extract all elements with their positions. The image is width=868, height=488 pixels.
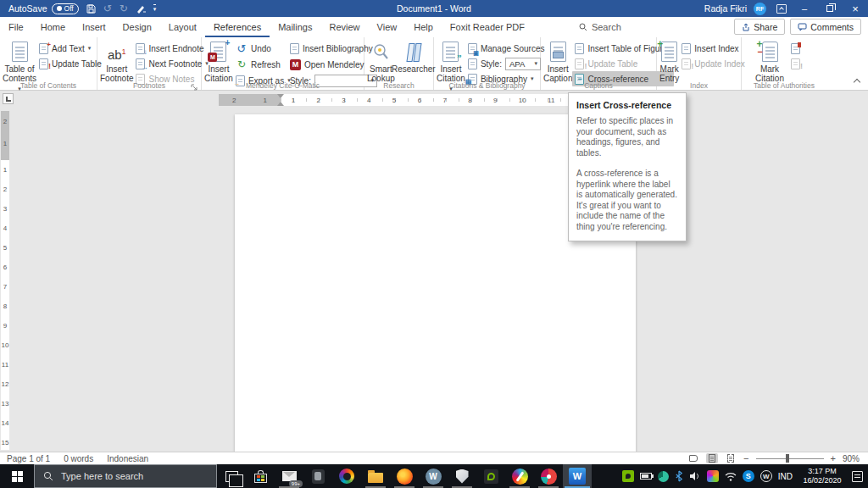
zoom-level[interactable]: 90% [843, 454, 860, 463]
search-box[interactable]: Search [579, 17, 621, 37]
wordpress-tray-icon[interactable]: W [760, 470, 772, 482]
speaker-icon[interactable] [689, 471, 701, 481]
insert-citation-label: Insert Citation [437, 64, 465, 83]
zoom-slider[interactable] [756, 454, 824, 463]
update-index-button[interactable]: ! Update Index [679, 56, 748, 71]
update-table-button[interactable]: ! Update Table [36, 56, 104, 71]
vertical-ruler[interactable]: 2 1 1 2 3 4 5 6 7 8 9 10 11 12 13 14 15 [1, 111, 9, 450]
insert-caption-button[interactable]: Insert Caption [543, 40, 572, 83]
group-label: Table of Contents [0, 81, 97, 90]
clock[interactable]: 3:17 PM 16/02/2020 [798, 467, 846, 485]
zoom-out-button[interactable]: − [743, 453, 748, 463]
zoom-slider-thumb[interactable] [786, 454, 789, 463]
researcher-button[interactable]: Researcher [395, 40, 432, 74]
table-of-contents-icon [12, 42, 28, 62]
add-text-button[interactable]: + Add Text▾ [36, 41, 104, 56]
status-bar: Page 1 of 1 0 words Indonesian − + 90% [0, 452, 868, 464]
mendeley-undo-button[interactable]: ↺Undo [233, 41, 287, 56]
insert-caption-label: Insert Caption [543, 64, 572, 83]
insert-footnote-button[interactable]: ab1 Insert Footnote [100, 40, 133, 83]
hanging-indent-marker[interactable] [277, 102, 284, 106]
tab-mailings[interactable]: Mailings [270, 17, 320, 37]
autosave-pill[interactable]: Off [52, 3, 79, 14]
mendeley-refresh-button[interactable]: ↻Refresh [233, 57, 287, 72]
file-explorer-button[interactable] [361, 464, 390, 488]
language-status[interactable]: Indonesian [107, 454, 148, 463]
chevron-down-icon: ▾ [88, 45, 92, 52]
game-launcher-button[interactable] [303, 464, 332, 488]
battery-icon[interactable] [640, 473, 652, 480]
tab-file[interactable]: File [0, 17, 32, 37]
mendeley-icon: M [290, 59, 301, 70]
tab-insert[interactable]: Insert [74, 17, 114, 37]
insert-index-button[interactable]: Insert Index [679, 41, 748, 56]
paint-app-button[interactable] [505, 464, 534, 488]
ribbon-display-options-icon[interactable] [776, 4, 787, 14]
mail-app-button[interactable]: 99+ [275, 464, 303, 488]
tab-references[interactable]: References [205, 17, 270, 37]
tab-design[interactable]: Design [114, 17, 160, 37]
share-button[interactable]: Share [734, 19, 785, 35]
page-count[interactable]: Page 1 of 1 [7, 454, 50, 463]
print-layout-button[interactable] [706, 453, 718, 463]
manage-sources-button[interactable]: ▣ Manage Sources [465, 41, 548, 56]
wifi-icon[interactable] [725, 472, 737, 481]
autosave-state: Off [64, 4, 74, 13]
nvidia-tray-icon[interactable] [622, 470, 634, 482]
autosave-toggle[interactable]: AutoSave Off [8, 3, 79, 14]
graphics-tray-icon[interactable] [707, 470, 719, 482]
zoom-in-button[interactable]: + [831, 453, 836, 463]
tab-layout[interactable]: Layout [160, 17, 205, 37]
bluetooth-icon[interactable] [675, 470, 683, 482]
skype-icon[interactable]: S [743, 470, 754, 482]
wordpress-app-button[interactable]: W [419, 464, 448, 488]
nvidia-app-button[interactable] [476, 464, 505, 488]
tab-review[interactable]: Review [321, 17, 369, 37]
update-authorities-table-button[interactable]: ! [788, 56, 803, 71]
read-mode-button[interactable] [687, 453, 699, 463]
microsoft-store-button[interactable] [246, 464, 275, 488]
user-avatar[interactable]: RF [754, 3, 766, 15]
media-app-button[interactable] [534, 464, 563, 488]
word-taskbar-button[interactable]: W [563, 464, 592, 488]
close-button[interactable]: × [843, 0, 868, 17]
web-layout-button[interactable] [725, 453, 737, 463]
mark-entry-button[interactable]: + Mark Entry [659, 40, 679, 83]
save-icon[interactable] [86, 4, 96, 14]
tab-view[interactable]: View [369, 17, 406, 37]
start-button[interactable] [0, 464, 34, 488]
mark-citation-button[interactable]: + − Mark Citation [751, 40, 788, 83]
collapse-ribbon-icon[interactable] [854, 79, 860, 86]
color-wheel-app-button[interactable] [332, 464, 361, 488]
color-wheel-icon [339, 469, 354, 484]
next-footnote-button[interactable]: → Next Footnote▾ [133, 56, 210, 71]
tab-home[interactable]: Home [32, 17, 74, 37]
comments-button[interactable]: Comments [790, 19, 861, 35]
firefox-button[interactable] [390, 464, 419, 488]
disk-usage-icon[interactable] [658, 471, 669, 482]
word-count[interactable]: 0 words [64, 454, 93, 463]
quick-access-more-icon[interactable]: ▾ [153, 4, 157, 13]
task-view-button[interactable] [217, 464, 246, 488]
security-app-button[interactable] [448, 464, 476, 488]
mendeley-insert-citation-button[interactable]: M + Insert Citation [204, 40, 233, 83]
search-label: Search [592, 22, 621, 32]
ink-pen-icon[interactable] [136, 3, 146, 14]
redo-icon[interactable]: ↻ [120, 3, 128, 14]
language-indicator[interactable]: IND [778, 472, 793, 481]
citation-style-combobox[interactable]: APA▾ [505, 58, 541, 70]
restore-button[interactable] [817, 0, 843, 17]
first-line-indent-marker[interactable] [277, 94, 284, 98]
user-name[interactable]: Radja Fikri [704, 3, 747, 14]
smart-lookup-button[interactable]: Smart Lookup [367, 40, 395, 83]
taskbar-search-box[interactable]: Type here to search [34, 464, 217, 488]
tab-stop-selector[interactable] [3, 93, 14, 104]
tab-help[interactable]: Help [405, 17, 442, 37]
insert-endnote-button[interactable]: ↓ Insert Endnote [133, 41, 210, 56]
windows-logo-icon [12, 471, 23, 482]
action-center-icon[interactable] [852, 471, 863, 482]
undo-icon[interactable]: ↺ [103, 3, 112, 14]
minimize-button[interactable]: – [792, 0, 817, 17]
insert-table-of-authorities-button[interactable] [788, 41, 803, 56]
tab-foxit-reader-pdf[interactable]: Foxit Reader PDF [442, 17, 533, 37]
